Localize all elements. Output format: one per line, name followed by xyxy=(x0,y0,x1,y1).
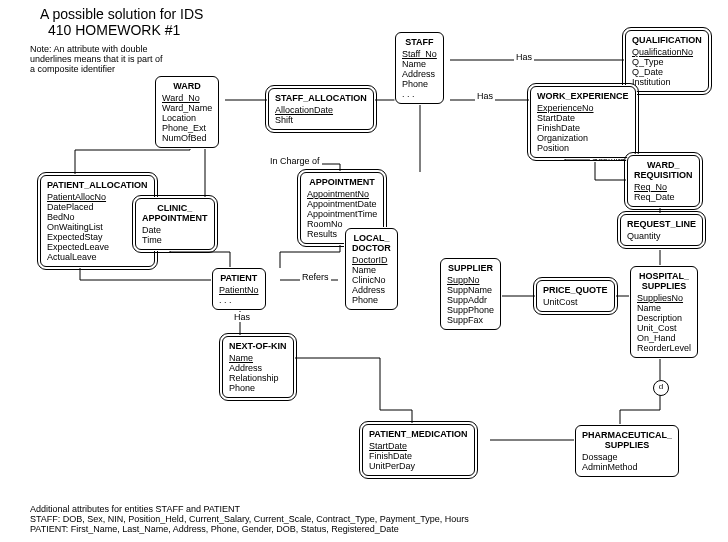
entity-attr: AllocationDate xyxy=(275,105,367,115)
entity-attr: SuppNo xyxy=(447,275,494,285)
entity-attr: Name xyxy=(352,265,391,275)
entity-name: WARD_ REQUISITION xyxy=(634,160,693,180)
entity-name: SUPPLIER xyxy=(447,263,494,273)
entity-attr: Address xyxy=(229,363,287,373)
entity-attr: AppointmentNo xyxy=(307,189,377,199)
entity-attr: Name xyxy=(637,303,691,313)
entity-attr: Req_Date xyxy=(634,192,693,202)
footer-line2: STAFF: DOB, Sex, NIN, Position_Held, Cur… xyxy=(30,514,469,524)
entity-attr: Ward_Name xyxy=(162,103,212,113)
disjoint-indicator: d xyxy=(653,380,669,396)
rel-incharge: In Charge of xyxy=(268,156,322,166)
entity-name: PATIENT xyxy=(219,273,259,283)
entity-attr: AppointmentDate xyxy=(307,199,377,209)
entity-name: NEXT-OF-KIN xyxy=(229,341,287,351)
entity-hospital-supplies: HOSPITAL_ SUPPLIESSuppliesNoNameDescript… xyxy=(630,266,698,358)
entity-name: WARD xyxy=(162,81,212,91)
entity-attr: QualificationNo xyxy=(632,47,702,57)
entity-name: PHARMACEUTICAL_ SUPPLIES xyxy=(582,430,672,450)
entity-attr: . . . xyxy=(402,89,437,99)
entity-attr: SuppFax xyxy=(447,315,494,325)
entity-attr: Relationship xyxy=(229,373,287,383)
entity-name: STAFF xyxy=(402,37,437,47)
rel-has3: Has xyxy=(232,312,252,322)
entity-name: WORK_EXPERIENCE xyxy=(537,91,629,101)
entity-patient: PATIENTPatientNo. . . xyxy=(212,268,266,310)
entity-attr: Phone xyxy=(229,383,287,393)
entity-name: QUALIFICATION xyxy=(632,35,702,45)
entity-attr: Q_Date xyxy=(632,67,702,77)
entity-attr: UnitCost xyxy=(543,297,608,307)
entity-name: PATIENT_MEDICATION xyxy=(369,429,468,439)
entity-name: HOSPITAL_ SUPPLIES xyxy=(637,271,691,291)
entity-attr: . . . xyxy=(219,295,259,305)
entity-attr: Req_No xyxy=(634,182,693,192)
footer-notes: Additional attributes for entities STAFF… xyxy=(30,504,469,534)
entity-name: LOCAL_ DOCTOR xyxy=(352,233,391,253)
entity-next-of-kin: NEXT-OF-KINNameAddressRelationshipPhone xyxy=(222,336,294,398)
entity-attr: On_Hand xyxy=(637,333,691,343)
footer-line3: PATIENT: First_Name, Last_Name, Address,… xyxy=(30,524,469,534)
entity-attr: Phone xyxy=(352,295,391,305)
entity-attr: Location xyxy=(162,113,212,123)
entity-attr: PatientAllocNo xyxy=(47,192,148,202)
entity-name: PRICE_QUOTE xyxy=(543,285,608,295)
entity-attr: DoctorID xyxy=(352,255,391,265)
entity-work-experience: WORK_EXPERIENCEExperienceNoStartDateFini… xyxy=(530,86,636,158)
rel-has2: Has xyxy=(475,91,495,101)
entity-pharma-supplies: PHARMACEUTICAL_ SUPPLIESDossageAdminMeth… xyxy=(575,425,679,477)
entity-attr: Time xyxy=(142,235,208,245)
entity-staff: STAFFStaff_NoNameAddressPhone. . . xyxy=(395,32,444,104)
entity-attr: SuppAddr xyxy=(447,295,494,305)
entity-attr: AppointmentTime xyxy=(307,209,377,219)
entity-attr: StartDate xyxy=(537,113,629,123)
entity-attr: Organization xyxy=(537,133,629,143)
entity-attr: Unit_Cost xyxy=(637,323,691,333)
entity-attr: BedNo xyxy=(47,212,148,222)
entity-name: PATIENT_ALLOCATION xyxy=(47,180,148,190)
entity-attr: Staff_No xyxy=(402,49,437,59)
entity-price-quote: PRICE_QUOTEUnitCost xyxy=(536,280,615,312)
entity-attr: Quantity xyxy=(627,231,696,241)
entity-attr: ExpectedStay xyxy=(47,232,148,242)
rel-has: Has xyxy=(514,52,534,62)
entity-name: APPOINTMENT xyxy=(307,177,377,187)
diagram-title: A possible solution for IDS xyxy=(40,6,203,22)
entity-qualification: QUALIFICATIONQualificationNoQ_TypeQ_Date… xyxy=(625,30,709,92)
entity-supplier: SUPPLIERSuppNoSuppNameSuppAddrSuppPhoneS… xyxy=(440,258,501,330)
entity-attr: UnitPerDay xyxy=(369,461,468,471)
entity-attr: SuppPhone xyxy=(447,305,494,315)
entity-attr: Address xyxy=(352,285,391,295)
entity-name: STAFF_ALLOCATION xyxy=(275,93,367,103)
entity-request-line: REQUEST_LINEQuantity xyxy=(620,214,703,246)
entity-attr: SuppName xyxy=(447,285,494,295)
entity-attr: FinishDate xyxy=(369,451,468,461)
entity-clinic-appointment: CLINIC_ APPOINTMENTDateTime xyxy=(135,198,215,250)
entity-attr: Q_Type xyxy=(632,57,702,67)
entity-attr: DatePlaced xyxy=(47,202,148,212)
entity-local-doctor: LOCAL_ DOCTORDoctorIDNameClinicNoAddress… xyxy=(345,228,398,310)
entity-attr: Shift xyxy=(275,115,367,125)
entity-attr: ClinicNo xyxy=(352,275,391,285)
entity-staff-allocation: STAFF_ALLOCATIONAllocationDateShift xyxy=(268,88,374,130)
entity-attr: Date xyxy=(142,225,208,235)
entity-attr: SuppliesNo xyxy=(637,293,691,303)
entity-attr: ExperienceNo xyxy=(537,103,629,113)
entity-attr: Address xyxy=(402,69,437,79)
entity-attr: Dossage xyxy=(582,452,672,462)
entity-attr: FinishDate xyxy=(537,123,629,133)
entity-attr: Description xyxy=(637,313,691,323)
entity-attr: Phone_Ext xyxy=(162,123,212,133)
entity-name: REQUEST_LINE xyxy=(627,219,696,229)
entity-attr: ExpectedLeave xyxy=(47,242,148,252)
entity-attr: NumOfBed xyxy=(162,133,212,143)
diagram-subtitle: 410 HOMEWORK #1 xyxy=(48,22,180,38)
entity-attr: ReorderLevel xyxy=(637,343,691,353)
entity-attr: Institution xyxy=(632,77,702,87)
entity-patient-medication: PATIENT_MEDICATIONStartDateFinishDateUni… xyxy=(362,424,475,476)
entity-attr: Name xyxy=(229,353,287,363)
entity-ward-requisition: WARD_ REQUISITIONReq_NoReq_Date xyxy=(627,155,700,207)
entity-attr: AdminMethod xyxy=(582,462,672,472)
entity-attr: Position xyxy=(537,143,629,153)
entity-attr: Name xyxy=(402,59,437,69)
